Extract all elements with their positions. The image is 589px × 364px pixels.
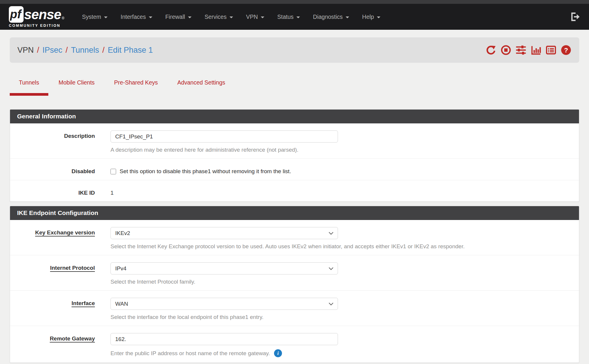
breadcrumb-bar: VPN / IPsec / Tunnels / Edit Phase 1	[10, 37, 579, 63]
refresh-icon	[486, 45, 496, 55]
pfsense-logo-row: pf sense ®	[9, 6, 64, 23]
internet-protocol-help-text: Select the Internet Protocol family.	[110, 279, 572, 285]
log-button[interactable]	[545, 44, 557, 56]
stop-service-button[interactable]	[500, 44, 512, 56]
menu-item-label: Diagnostics	[313, 14, 343, 20]
chevron-down-icon	[230, 16, 233, 18]
interface-row: Interface WAN Select the interface for t…	[10, 291, 579, 326]
key-exchange-version-select[interactable]: IKEv2	[110, 227, 338, 239]
breadcrumb-tunnels[interactable]: Tunnels	[71, 46, 99, 55]
menu-item-label: Help	[362, 14, 374, 20]
disabled-checkbox[interactable]	[110, 169, 116, 174]
question-circle-icon: ?	[561, 45, 571, 55]
breadcrumb-separator: /	[37, 46, 39, 55]
menu-item-status[interactable]: Status	[271, 10, 306, 24]
pfsense-logo[interactable]: pf sense ® COMMUNITY EDITION	[9, 6, 64, 28]
breadcrumb-separator: /	[102, 46, 105, 55]
breadcrumb-edit-phase-1[interactable]: Edit Phase 1	[108, 46, 153, 55]
menu-item-interfaces[interactable]: Interfaces	[114, 10, 159, 24]
chevron-down-icon	[149, 16, 152, 18]
chevron-down-icon	[261, 16, 264, 18]
chevron-down-icon	[188, 16, 192, 18]
window-top-strip	[0, 0, 589, 4]
page-toolbar: ?	[485, 44, 572, 56]
field-label-description: Description	[10, 130, 95, 153]
field-label-ike-id: IKE ID	[10, 187, 95, 196]
refresh-button[interactable]	[485, 44, 496, 56]
field-label-disabled: Disabled	[10, 166, 95, 175]
internet-protocol-row: Internet Protocol IPv4 Select the Intern…	[10, 255, 579, 291]
menu-item-label: Status	[277, 14, 293, 20]
community-edition-label: COMMUNITY EDITION	[9, 24, 64, 28]
remote-gateway-row: Remote Gateway Enter the public IP addre…	[10, 326, 579, 363]
description-row: Description A description may be entered…	[10, 123, 579, 159]
key-exchange-version-help-text: Select the Internet Key Exchange protoco…	[110, 243, 572, 250]
chevron-down-icon	[346, 16, 349, 18]
remote-gateway-help-text: Enter the public IP address or host name…	[110, 350, 270, 357]
disabled-checkbox-label: Set this option to disable this phase1 w…	[120, 168, 291, 175]
registered-mark: ®	[62, 16, 64, 20]
disabled-row: Disabled Set this option to disable this…	[10, 159, 579, 180]
menu-item-diagnostics[interactable]: Diagnostics	[306, 10, 356, 24]
sign-out-icon	[570, 12, 580, 21]
field-label-key-exchange-version: Key Exchange version	[10, 227, 95, 250]
related-settings-button[interactable]	[515, 44, 527, 56]
interface-select[interactable]: WAN	[110, 298, 338, 310]
ike-id-value: 1	[110, 187, 572, 196]
tab-pre-shared-keys[interactable]: Pre-Shared Keys	[105, 75, 167, 96]
status-button[interactable]	[530, 44, 542, 56]
breadcrumb-separator: /	[66, 46, 68, 55]
field-label-remote-gateway: Remote Gateway	[10, 333, 95, 357]
ike-id-row: IKE ID 1	[10, 180, 579, 201]
internet-protocol-select[interactable]: IPv4	[110, 262, 338, 274]
list-icon	[546, 45, 556, 55]
main-menu: System Interfaces Firewall Services VPN …	[75, 10, 387, 24]
info-icon[interactable]: i	[274, 349, 282, 357]
key-exchange-version-row: Key Exchange version IKEv2 Select the In…	[10, 220, 579, 255]
chevron-down-icon	[377, 16, 380, 18]
breadcrumb-vpn: VPN	[17, 46, 34, 55]
pfsense-logo-text: sense	[24, 6, 61, 22]
field-label-internet-protocol: Internet Protocol	[10, 262, 95, 285]
menu-item-label: Services	[204, 14, 227, 20]
chevron-down-icon	[104, 16, 108, 18]
ike-endpoint-configuration-panel: IKE Endpoint Configuration Key Exchange …	[10, 206, 579, 363]
menu-item-label: VPN	[246, 14, 258, 20]
menu-item-system[interactable]: System	[75, 10, 114, 24]
bar-chart-icon	[531, 45, 541, 55]
disabled-checkbox-line[interactable]: Set this option to disable this phase1 w…	[110, 166, 572, 175]
tab-bar: Tunnels Mobile Clients Pre-Shared Keys A…	[10, 75, 579, 96]
stop-circle-icon	[501, 45, 511, 55]
remote-gateway-input[interactable]	[110, 333, 338, 345]
description-help-text: A description may be entered here for ad…	[110, 147, 572, 153]
menu-item-vpn[interactable]: VPN	[240, 10, 271, 24]
menu-item-help[interactable]: Help	[356, 10, 387, 24]
field-label-interface: Interface	[10, 298, 95, 320]
logout-button[interactable]	[570, 12, 580, 21]
breadcrumb: VPN / IPsec / Tunnels / Edit Phase 1	[17, 46, 153, 55]
tab-mobile-clients[interactable]: Mobile Clients	[50, 75, 104, 96]
help-button[interactable]: ?	[560, 44, 572, 56]
menu-item-label: System	[82, 14, 101, 20]
chevron-down-icon	[296, 16, 300, 18]
svg-text:?: ?	[564, 47, 568, 54]
menu-item-services[interactable]: Services	[198, 10, 240, 24]
sliders-icon	[515, 45, 527, 55]
main-navbar: pf sense ® COMMUNITY EDITION System Inte…	[0, 4, 589, 30]
description-input[interactable]	[110, 130, 338, 143]
menu-item-firewall[interactable]: Firewall	[159, 10, 198, 24]
general-information-panel: General Information Description A descri…	[10, 109, 579, 202]
tab-tunnels[interactable]: Tunnels	[10, 75, 48, 96]
pf-logo-mark: pf	[9, 6, 24, 23]
breadcrumb-ipsec[interactable]: IPsec	[42, 46, 62, 55]
menu-item-label: Firewall	[165, 14, 185, 20]
section-title: General Information	[10, 110, 579, 123]
tab-advanced-settings[interactable]: Advanced Settings	[168, 75, 235, 96]
interface-help-text: Select the interface for the local endpo…	[110, 314, 572, 320]
section-title: IKE Endpoint Configuration	[10, 206, 579, 220]
menu-item-label: Interfaces	[121, 14, 146, 20]
page-content: VPN / IPsec / Tunnels / Edit Phase 1	[0, 37, 589, 363]
